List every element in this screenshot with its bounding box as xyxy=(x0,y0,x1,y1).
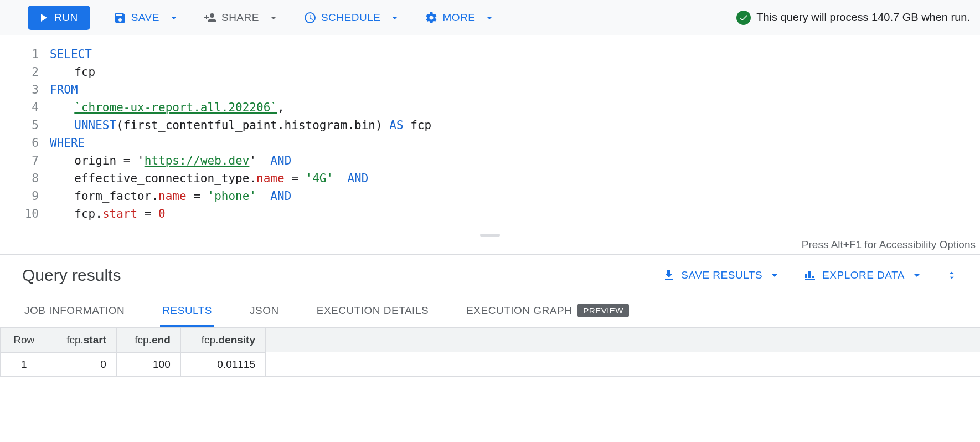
results-title: Query results xyxy=(22,266,121,285)
caret-down-icon xyxy=(167,11,180,24)
more-label: MORE xyxy=(442,12,475,24)
results-table-wrap: Rowfcp.startfcp.endfcp.density101000.011… xyxy=(0,328,980,377)
more-button[interactable]: MORE xyxy=(425,11,496,24)
toolbar: RUN SAVE SHARE SCHEDULE MORE This query … xyxy=(0,0,980,35)
results-tabs: JOB INFORMATIONRESULTSJSONEXECUTION DETA… xyxy=(0,296,980,328)
share-button[interactable]: SHARE xyxy=(204,11,280,24)
column-header: fcp.start xyxy=(48,328,116,353)
caret-down-icon xyxy=(910,269,924,282)
save-icon xyxy=(114,11,127,24)
unfold-icon xyxy=(946,269,958,281)
tab-results[interactable]: RESULTS xyxy=(160,297,214,327)
check-circle-icon xyxy=(736,11,751,25)
person-add-icon xyxy=(204,11,217,24)
save-button[interactable]: SAVE xyxy=(114,11,180,24)
play-icon xyxy=(37,11,50,24)
save-label: SAVE xyxy=(131,12,159,24)
explore-data-label: EXPLORE DATA xyxy=(822,269,905,281)
column-header: Row xyxy=(1,328,48,353)
accessibility-hint: Press Alt+F1 for Accessibility Options xyxy=(0,238,980,254)
save-results-label: SAVE RESULTS xyxy=(681,269,762,281)
share-label: SHARE xyxy=(221,12,259,24)
gear-icon xyxy=(425,11,438,24)
chart-icon xyxy=(803,269,817,282)
schedule-label: SCHEDULE xyxy=(321,12,380,24)
clock-icon xyxy=(303,11,317,24)
caret-down-icon xyxy=(388,11,401,24)
save-results-button[interactable]: SAVE RESULTS xyxy=(662,269,781,282)
schedule-button[interactable]: SCHEDULE xyxy=(303,11,401,24)
column-header: fcp.end xyxy=(116,328,180,353)
code-area[interactable]: SELECT fcpFROM `chrome-ux-report.all.202… xyxy=(50,35,431,233)
explore-data-button[interactable]: EXPLORE DATA xyxy=(803,269,924,282)
run-label: RUN xyxy=(54,12,78,24)
tab-execution-details[interactable]: EXECUTION DETAILS xyxy=(314,297,431,327)
results-header: Query results SAVE RESULTS EXPLORE DATA xyxy=(0,254,980,296)
sql-editor[interactable]: 12345678910 SELECT fcpFROM `chrome-ux-re… xyxy=(0,35,980,233)
status-text: This query will process 140.7 GB when ru… xyxy=(756,11,970,24)
tab-execution-graph[interactable]: EXECUTION GRAPHPREVIEW xyxy=(464,296,631,327)
caret-down-icon xyxy=(483,11,496,24)
caret-down-icon xyxy=(267,11,280,24)
column-header: fcp.density xyxy=(180,328,265,353)
download-icon xyxy=(662,269,675,282)
table-row[interactable]: 101000.01115 xyxy=(1,352,266,377)
query-status: This query will process 140.7 GB when ru… xyxy=(736,11,970,25)
run-button[interactable]: RUN xyxy=(28,6,90,30)
tab-job-information[interactable]: JOB INFORMATION xyxy=(22,297,127,327)
expand-collapse-button[interactable] xyxy=(946,269,958,281)
line-gutter: 12345678910 xyxy=(0,35,50,233)
tab-json[interactable]: JSON xyxy=(247,297,281,327)
caret-down-icon xyxy=(768,269,781,282)
results-table: Rowfcp.startfcp.endfcp.density101000.011… xyxy=(0,328,266,377)
resize-handle[interactable] xyxy=(0,233,980,238)
